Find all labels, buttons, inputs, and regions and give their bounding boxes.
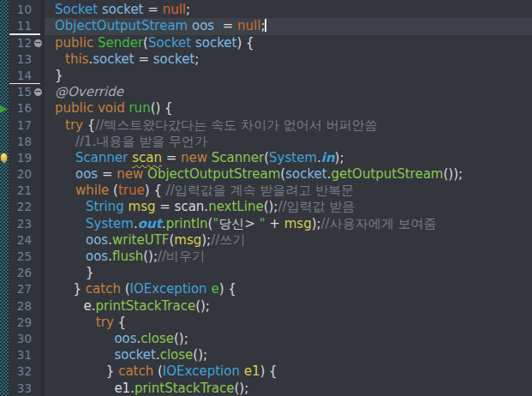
code-row: 29 try { xyxy=(0,315,532,331)
code-token: 당신> xyxy=(218,216,259,231)
code-token: = scan. xyxy=(156,199,209,214)
code-token xyxy=(45,35,55,51)
code-token xyxy=(45,84,55,99)
fold-collapse-icon[interactable]: − xyxy=(34,88,42,96)
code-line[interactable]: e.printStackTrace(); xyxy=(45,298,532,315)
code-token: //입력값을 계속 받을려고 반복문 xyxy=(166,183,354,198)
fold-column xyxy=(33,166,45,183)
code-line[interactable]: @Override xyxy=(45,84,532,100)
code-token xyxy=(45,216,86,231)
code-token xyxy=(45,2,55,17)
code-token xyxy=(45,51,65,67)
fold-column xyxy=(33,315,45,331)
code-token: ); xyxy=(335,150,344,165)
code-row: 33 e1.printStackTrace(); xyxy=(0,381,532,396)
code-line[interactable]: } catch (IOException e) { xyxy=(45,281,532,297)
code-line[interactable]: Socket socket = null; xyxy=(45,2,532,18)
fold-column xyxy=(33,232,45,249)
code-row: 27 } catch (IOException e) { xyxy=(0,281,532,297)
code-token: oos xyxy=(86,232,108,248)
gutter-cell: 33 xyxy=(0,381,45,396)
code-token: printStackTrace xyxy=(96,298,196,314)
code-token: while xyxy=(75,183,109,198)
code-line[interactable]: oos.writeUTF(msg);//쓰기 xyxy=(45,232,532,249)
gutter-cell: 24 xyxy=(0,232,45,249)
gutter-cell: 18 xyxy=(0,134,45,150)
gutter-cell: 27 xyxy=(0,281,45,297)
code-editor[interactable]: 910 Socket socket = null;11 ObjectOutput… xyxy=(0,0,532,396)
code-token: close xyxy=(140,331,174,346)
code-rows: 910 Socket socket = null;11 ObjectOutput… xyxy=(0,0,532,396)
code-token: ObjectOutputStream xyxy=(147,166,280,182)
code-token: msg xyxy=(129,199,156,214)
code-token: (); xyxy=(195,298,210,314)
code-line-current[interactable]: ObjectOutputStream oos = null; xyxy=(45,18,532,34)
code-line[interactable]: //1.내용을 받을 무언가 xyxy=(45,134,532,150)
code-row: 12− public Sender(Socket socket) { xyxy=(0,35,532,51)
fold-column xyxy=(33,265,45,281)
fold-column xyxy=(33,183,45,199)
code-line[interactable]: String msg = scan.nextLine();//입력값 받음 xyxy=(45,199,532,215)
line-number: 25 xyxy=(0,249,33,265)
code-line[interactable]: } xyxy=(45,68,532,84)
code-line[interactable]: socket.close(); xyxy=(45,347,532,363)
code-line[interactable]: } catch (IOException e1) { xyxy=(45,363,532,380)
gutter-cell: 23 xyxy=(0,216,45,232)
fold-column xyxy=(33,2,45,18)
gutter-cell: 19 xyxy=(0,150,45,166)
code-token: msg xyxy=(284,216,312,231)
code-token: { xyxy=(83,117,95,133)
gutter-cell: 21 xyxy=(0,183,45,199)
code-token: (); xyxy=(193,347,207,363)
code-line[interactable]: } xyxy=(45,265,532,281)
line-number: 28 xyxy=(0,298,33,315)
code-row: 32 } catch (IOException e1) { xyxy=(0,363,532,380)
code-line[interactable]: Scanner scan = new Scanner(System.in); xyxy=(45,150,532,166)
code-line[interactable]: try {//텍스트왔다갔다는 속도 차이가 없어서 버퍼안씀 xyxy=(45,117,532,134)
code-row: 20 oos = new ObjectOutputStream(socket.g… xyxy=(0,166,532,183)
fold-collapse-icon[interactable]: − xyxy=(34,39,42,47)
code-token xyxy=(45,166,75,182)
code-token: = xyxy=(144,2,163,17)
code-token: //텍스트왔다갔다는 속도 차이가 없어서 버퍼안씀 xyxy=(95,117,377,133)
gutter-cell: 12− xyxy=(0,35,45,51)
fold-column xyxy=(33,331,45,347)
code-token: ObjectOutputStream xyxy=(55,18,188,33)
line-number: 17 xyxy=(0,117,33,134)
code-row: 23 System.out.println("당신> " + msg);//사용… xyxy=(0,216,532,232)
code-line[interactable]: try { xyxy=(45,315,532,331)
code-token: = xyxy=(98,166,117,182)
code-line[interactable]: while (true) { //입력값을 계속 받을려고 반복문 xyxy=(45,183,532,199)
code-token xyxy=(45,183,75,198)
code-line[interactable]: oos.flush();//비우기 xyxy=(45,249,532,265)
code-token: System xyxy=(269,150,317,165)
fold-column xyxy=(33,216,45,232)
gutter-cell: 22 xyxy=(0,199,45,215)
code-token: e xyxy=(211,281,218,297)
code-line[interactable]: e1.printStackTrace(); xyxy=(45,381,532,396)
code-line[interactable]: public void run() { xyxy=(45,100,532,117)
code-line[interactable]: System.out.println("당신> " + msg);//사용자에게… xyxy=(45,216,532,232)
code-token: new xyxy=(117,166,143,182)
fold-column: − xyxy=(33,84,45,100)
code-row: 14 } xyxy=(0,68,532,84)
line-number: 31 xyxy=(0,347,33,363)
code-line[interactable]: oos = new ObjectOutputStream(socket.getO… xyxy=(45,166,532,183)
code-token: String xyxy=(86,199,124,214)
code-token: try xyxy=(65,117,83,133)
warning-icon[interactable] xyxy=(0,153,8,162)
code-token xyxy=(45,199,86,214)
code-token: Sender xyxy=(98,35,143,51)
code-token: Socket xyxy=(148,35,191,51)
code-line[interactable]: this.socket = socket; xyxy=(45,51,532,68)
code-token: //쓰기 xyxy=(211,232,245,248)
code-token: socket xyxy=(102,2,144,17)
code-token: ; xyxy=(186,2,190,17)
code-token: new xyxy=(181,150,207,165)
gutter-cell: 26 xyxy=(0,265,45,281)
gutter-cell: 25 xyxy=(0,249,45,265)
code-row: 25 oos.flush();//비우기 xyxy=(0,249,532,265)
code-line[interactable]: oos.close(); xyxy=(45,331,532,347)
code-token: socket xyxy=(153,51,195,67)
code-line[interactable]: public Sender(Socket socket) { xyxy=(45,35,532,51)
